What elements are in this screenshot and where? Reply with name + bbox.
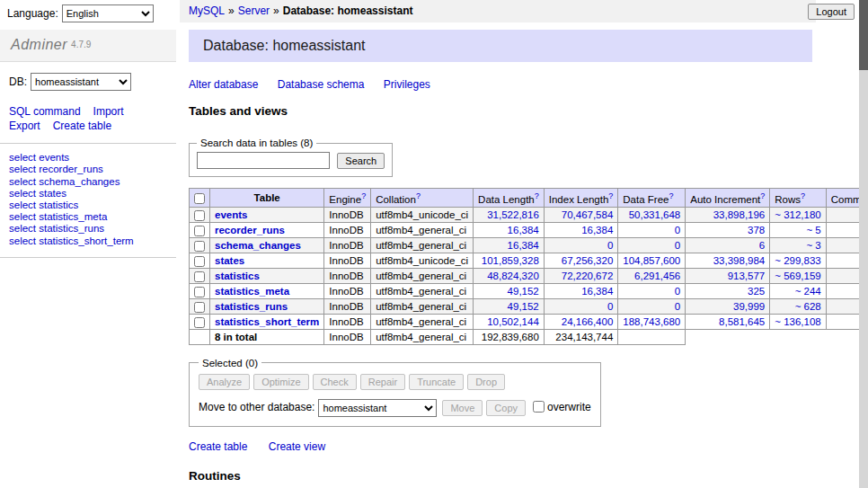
column-help-link[interactable]: ?: [535, 191, 539, 200]
app-version: 4.7.9: [71, 40, 91, 49]
table-row: recorder_runsInnoDButf8mb4_general_ci16,…: [190, 222, 868, 237]
rows-cell: ~ 312,180: [770, 207, 826, 222]
row-checkbox[interactable]: [194, 287, 205, 297]
data-length-cell: 49,152: [474, 283, 545, 298]
select-all-checkbox[interactable]: [194, 193, 205, 204]
table-name-cell: recorder_runs: [210, 222, 324, 237]
privileges-link[interactable]: Privileges: [384, 78, 430, 91]
sidebar-table-link[interactable]: select statistics_runs: [9, 223, 167, 235]
row-checkbox[interactable]: [194, 226, 205, 236]
bulk-truncate-button[interactable]: Truncate: [409, 374, 464, 390]
row-checkbox[interactable]: [194, 210, 205, 221]
table-name-link[interactable]: schema_changes: [215, 240, 301, 251]
row-checkbox[interactable]: [194, 241, 205, 252]
sidebar-table-link[interactable]: select schema_changes: [9, 176, 167, 188]
row-checkbox[interactable]: [194, 317, 205, 328]
scrollbar-thumb[interactable]: [859, 0, 868, 70]
sidebar-table-link[interactable]: select statistics_short_term: [9, 235, 167, 247]
data-length-cell: 10,502,144: [474, 314, 545, 329]
table-name-link[interactable]: recorder_runs: [215, 225, 285, 235]
index-length-cell: 16,384: [544, 283, 618, 298]
rows-count-link[interactable]: ~ 569,159: [775, 271, 820, 281]
total-empty-cell: [190, 329, 210, 344]
select-all-cell: [190, 189, 210, 208]
table-name-link[interactable]: statistics_runs: [215, 301, 288, 312]
sidebar-table-link[interactable]: select recorder_runs: [9, 164, 167, 175]
table-row: statisticsInnoDButf8mb4_general_ci48,824…: [190, 268, 868, 283]
overwrite-checkbox[interactable]: [533, 401, 545, 413]
bulk-repair-button[interactable]: Repair: [360, 374, 405, 390]
table-name-cell: schema_changes: [210, 237, 324, 253]
data-free-cell: 0: [618, 283, 686, 298]
rows-count-link[interactable]: ~ 136,108: [775, 316, 820, 327]
table-select-list: select eventsselect recorder_runsselect …: [0, 144, 176, 258]
copy-button[interactable]: Copy: [486, 400, 526, 416]
breadcrumb-server-link[interactable]: Server: [238, 4, 270, 17]
import-link[interactable]: Import: [93, 105, 124, 118]
sidebar-table-link[interactable]: select statistics: [9, 200, 167, 211]
bulk-check-button[interactable]: Check: [313, 374, 357, 390]
app-logo[interactable]: Adminer: [11, 37, 67, 52]
row-select-cell: [190, 222, 210, 237]
table-name-link[interactable]: statistics_short_term: [215, 316, 319, 327]
table-name-link[interactable]: statistics: [215, 271, 260, 281]
data-free-cell: 188,743,680: [618, 314, 686, 329]
create-view-link[interactable]: Create view: [269, 440, 325, 453]
collation-cell: utf8mb4_general_ci: [371, 237, 474, 253]
search-input[interactable]: [197, 152, 330, 169]
bulk-analyze-button[interactable]: Analyze: [199, 374, 250, 390]
breadcrumb: MySQL»Server»Database: homeassistant: [180, 0, 816, 22]
bulk-drop-button[interactable]: Drop: [467, 374, 505, 390]
data-free-cell: 6,291,456: [618, 268, 686, 283]
export-link[interactable]: Export: [9, 120, 40, 132]
column-help-link[interactable]: ?: [608, 191, 613, 200]
create-table-link[interactable]: Create table: [189, 440, 247, 453]
move-db-select[interactable]: homeassistant: [318, 399, 437, 417]
move-button[interactable]: Move: [442, 400, 483, 416]
database-schema-link[interactable]: Database schema: [278, 78, 365, 91]
rows-count-link[interactable]: ~ 5: [806, 225, 820, 235]
total-engine-cell: InnoDB: [324, 329, 371, 344]
sidebar-table-link[interactable]: select statistics_meta: [9, 211, 167, 223]
rows-count-link[interactable]: ~ 3: [806, 240, 820, 251]
column-help-link[interactable]: ?: [361, 191, 366, 200]
create-table-link-sidebar[interactable]: Create table: [53, 120, 111, 132]
sidebar-table-link[interactable]: select states: [9, 188, 167, 200]
column-help-link[interactable]: ?: [669, 191, 673, 200]
auto-increment-cell: 325: [686, 283, 770, 298]
table-name-link[interactable]: events: [215, 209, 247, 220]
data-free-cell: 0: [618, 222, 686, 237]
row-checkbox[interactable]: [194, 302, 205, 313]
rows-cell: ~ 299,833: [770, 253, 826, 268]
search-button[interactable]: Search: [337, 153, 385, 169]
rows-count-link[interactable]: ~ 628: [795, 301, 821, 312]
rows-count-link[interactable]: ~ 244: [795, 286, 821, 297]
column-help-link[interactable]: ?: [416, 191, 421, 200]
language-select[interactable]: English: [62, 4, 154, 22]
scrollbar[interactable]: [859, 0, 868, 488]
rows-count-link[interactable]: ~ 312,180: [775, 209, 820, 220]
column-header-data_free: Data Free?: [618, 189, 686, 208]
breadcrumb-separator: »: [273, 4, 279, 17]
index-length-cell: 0: [544, 237, 618, 253]
bulk-optimize-button[interactable]: Optimize: [253, 374, 308, 390]
total-label: 8 in total: [215, 332, 257, 342]
table-name-link[interactable]: statistics_meta: [215, 286, 289, 297]
alter-database-link[interactable]: Alter database: [189, 78, 258, 91]
column-help-link[interactable]: ?: [801, 191, 805, 200]
total-data-free-cell: [618, 329, 686, 344]
move-label: Move to other database:: [199, 401, 314, 413]
table-name-link[interactable]: states: [215, 255, 244, 266]
column-help-link[interactable]: ?: [760, 191, 765, 200]
breadcrumb-mysql-link[interactable]: MySQL: [189, 4, 225, 17]
db-select[interactable]: homeassistant: [31, 73, 131, 91]
sidebar-links: SQL commandImport ExportCreate table: [0, 98, 176, 144]
sidebar-table-link[interactable]: select events: [9, 152, 167, 164]
table-name-cell: statistics: [210, 268, 324, 283]
rows-count-link[interactable]: ~ 299,833: [775, 255, 820, 266]
sql-command-link[interactable]: SQL command: [9, 105, 81, 118]
row-checkbox[interactable]: [194, 256, 205, 267]
row-checkbox[interactable]: [194, 271, 205, 282]
rows-cell: ~ 5: [770, 222, 826, 237]
logout-button[interactable]: Logout: [808, 4, 855, 20]
